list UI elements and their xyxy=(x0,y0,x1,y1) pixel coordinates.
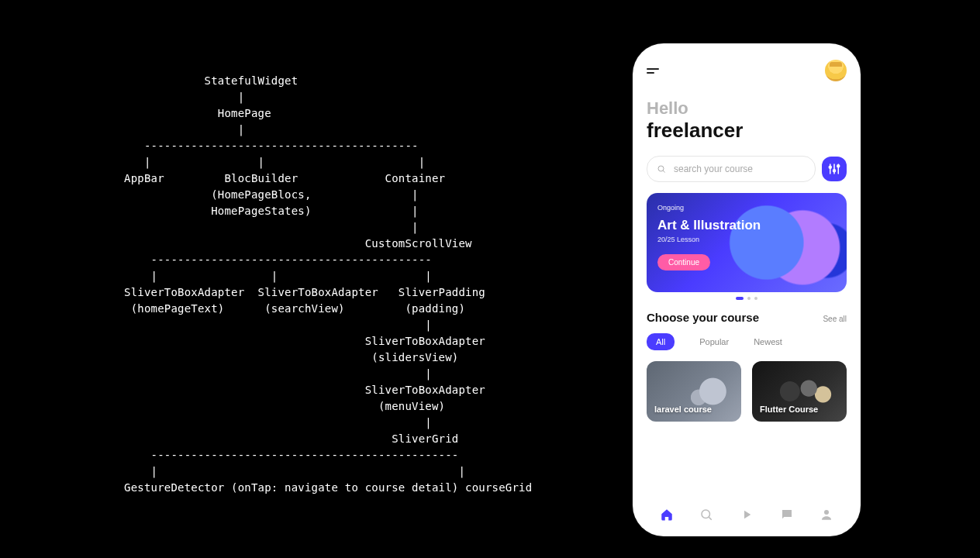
svg-line-9 xyxy=(709,517,712,519)
course-grid: laravel course Flutter Course xyxy=(647,361,847,422)
svg-point-7 xyxy=(837,165,840,167)
svg-point-0 xyxy=(658,166,664,171)
svg-point-5 xyxy=(833,170,836,172)
hero-tag: Ongoing xyxy=(657,204,836,212)
greeting-block: Hello freelancer xyxy=(647,99,847,142)
home-icon xyxy=(660,508,674,522)
svg-point-10 xyxy=(824,510,829,515)
carousel-dots xyxy=(647,297,847,300)
search-icon xyxy=(657,164,666,174)
course-card[interactable]: Flutter Course xyxy=(752,361,847,422)
greeting-hello: Hello xyxy=(647,99,847,118)
filter-chips: All Popular Newest xyxy=(647,333,847,350)
hero-card[interactable]: Ongoing Art & Illustration 20/25 Lesson … xyxy=(647,193,847,292)
sliders-icon xyxy=(827,162,841,176)
user-icon xyxy=(820,508,833,522)
chip-all[interactable]: All xyxy=(647,333,675,350)
dot[interactable] xyxy=(754,297,757,300)
see-all-link[interactable]: See all xyxy=(823,315,847,323)
search-input[interactable] xyxy=(672,163,806,175)
section-title: Choose your course xyxy=(647,311,759,324)
widget-tree-text: StatefulWidget | HomePage | ------------… xyxy=(124,73,532,496)
section-header: Choose your course See all xyxy=(647,311,847,324)
svg-point-8 xyxy=(702,510,710,518)
svg-line-1 xyxy=(663,170,664,172)
hero-title: Art & Illustration xyxy=(657,218,836,233)
chat-icon xyxy=(780,508,794,522)
course-card-label: Flutter Course xyxy=(760,405,818,414)
search-icon xyxy=(699,508,713,522)
chip-popular[interactable]: Popular xyxy=(699,337,729,346)
nav-search[interactable] xyxy=(697,505,716,524)
avatar[interactable] xyxy=(825,60,847,81)
dot[interactable] xyxy=(747,297,751,300)
chip-newest[interactable]: Newest xyxy=(754,337,782,346)
continue-button[interactable]: Continue xyxy=(657,254,710,270)
bottom-nav xyxy=(647,498,847,525)
play-icon xyxy=(740,508,754,522)
app-top-bar xyxy=(647,60,847,81)
search-row xyxy=(647,156,847,182)
dot-active[interactable] xyxy=(736,297,744,300)
filter-button[interactable] xyxy=(822,157,847,181)
search-box[interactable] xyxy=(647,156,816,182)
svg-point-3 xyxy=(829,166,831,168)
course-card-label: laravel course xyxy=(654,405,712,414)
course-card[interactable]: laravel course xyxy=(647,361,741,422)
hero-lesson: 20/25 Lesson xyxy=(657,236,836,243)
greeting-name: freelancer xyxy=(647,119,847,142)
nav-profile[interactable] xyxy=(817,505,836,524)
nav-home[interactable] xyxy=(657,505,676,524)
phone-mockup: Hello freelancer Ongoing Art & Illustrat… xyxy=(633,43,861,536)
menu-icon[interactable] xyxy=(647,68,659,74)
nav-play[interactable] xyxy=(737,505,756,524)
nav-chat[interactable] xyxy=(778,505,796,524)
